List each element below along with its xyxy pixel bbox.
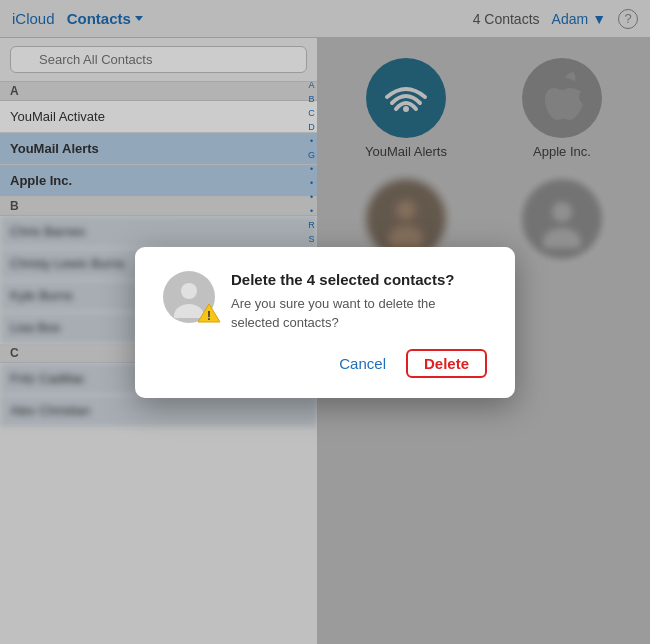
modal-top: ! Delete the 4 selected contacts? Are yo… <box>163 271 487 333</box>
modal-title: Delete the 4 selected contacts? <box>231 271 487 288</box>
modal-buttons: Cancel Delete <box>163 349 487 378</box>
svg-point-9 <box>181 283 197 299</box>
modal-body: Are you sure you want to delete the sele… <box>231 294 487 333</box>
cancel-button[interactable]: Cancel <box>331 349 394 378</box>
modal-icon: ! <box>163 271 215 323</box>
app-container: iCloud Contacts 4 Contacts Adam ▼ ? 🔍 <box>0 0 650 644</box>
warning-icon: ! <box>197 303 221 327</box>
modal-overlay: ! Delete the 4 selected contacts? Are yo… <box>0 0 650 644</box>
delete-button[interactable]: Delete <box>406 349 487 378</box>
delete-modal: ! Delete the 4 selected contacts? Are yo… <box>135 247 515 398</box>
svg-text:!: ! <box>207 309 211 323</box>
modal-text: Delete the 4 selected contacts? Are you … <box>231 271 487 333</box>
